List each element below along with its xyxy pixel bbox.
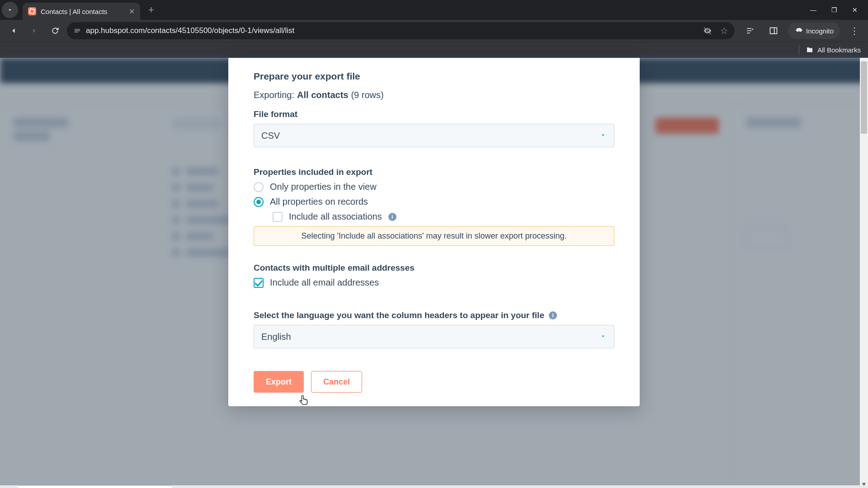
caret-down-icon [599,131,607,141]
forward-button[interactable] [25,22,43,40]
window-controls: — ❐ ✕ [809,6,868,14]
eye-off-icon[interactable] [703,26,712,35]
tab-title: Contacts | All contacts [41,8,107,15]
scrollbar-thumb[interactable] [861,61,867,134]
warning-text: Selecting 'Include all associations' may… [301,231,566,240]
site-info-icon[interactable] [73,27,81,35]
cancel-button-label: Cancel [323,377,350,387]
all-bookmarks-label: All Bookmarks [817,46,861,54]
export-modal: Prepare your export file Exporting: All … [228,58,640,406]
file-format-select[interactable]: CSV [254,124,614,147]
info-icon[interactable]: i [388,213,396,221]
hubspot-favicon-icon [28,7,36,15]
radio-selected-icon [254,197,264,207]
incognito-chip[interactable]: Incognito [788,23,840,39]
language-label: Select the language you want the column … [254,310,614,320]
include-associations-checkbox[interactable]: Include all associations i [273,211,614,222]
file-format-value: CSV [261,131,280,141]
back-button[interactable] [5,22,23,40]
maximize-icon[interactable]: ❐ [830,6,838,14]
all-bookmarks-button[interactable]: All Bookmarks [806,46,861,54]
checkbox-checked-icon [254,278,264,288]
url-text: app.hubspot.com/contacts/45105500/object… [86,26,294,35]
include-associations-label: Include all associations [289,211,382,222]
star-icon[interactable]: ☆ [720,25,728,36]
associations-warning: Selecting 'Include all associations' may… [254,226,614,246]
kebab-menu-icon[interactable]: ⋮ [845,22,863,40]
radio-icon [254,182,264,192]
language-select[interactable]: English [254,325,614,348]
caret-down-icon [599,332,607,342]
exporting-name: All contacts [297,90,348,100]
reading-list-icon[interactable] [741,22,759,40]
new-tab-button[interactable]: + [145,4,158,16]
side-panel-icon[interactable] [764,22,783,40]
page-viewport: Prepare your export file Exporting: All … [0,58,868,488]
language-value: English [261,332,291,342]
divider [799,45,799,55]
include-all-emails-label: Include all email addresses [270,277,379,288]
divider [228,58,640,58]
minimize-icon[interactable]: — [809,6,817,14]
cancel-button[interactable]: Cancel [311,371,362,393]
multi-email-label: Contacts with multiple email addresses [254,263,614,273]
vertical-scrollbar[interactable]: ▴ ▾ [860,58,868,488]
file-format-label: File format [254,109,614,119]
radio-only-view[interactable]: Only properties in the view [254,182,614,192]
properties-label: Properties included in export [254,167,614,177]
close-window-icon[interactable]: ✕ [851,6,859,14]
info-icon[interactable]: i [549,311,557,319]
reload-button[interactable] [46,22,64,40]
modal-heading: Prepare your export file [254,71,614,82]
radio-all-records[interactable]: All properties on records [254,197,614,207]
exporting-label: Exporting: [254,90,294,100]
include-all-emails-checkbox[interactable]: Include all email addresses [254,277,614,288]
incognito-label: Incognito [806,27,834,35]
address-bar[interactable]: app.hubspot.com/contacts/45105500/object… [67,22,735,39]
close-tab-icon[interactable]: ✕ [129,7,135,16]
radio-only-view-label: Only properties in the view [270,182,377,192]
export-button[interactable]: Export [254,371,304,393]
checkbox-icon [273,212,283,222]
exporting-summary: Exporting: All contacts (9 rows) [254,90,614,100]
tab-search-button[interactable] [2,2,18,18]
radio-all-records-label: All properties on records [270,197,368,207]
browser-tab[interactable]: Contacts | All contacts ✕ [23,3,140,20]
taskbar-sliver [0,485,868,488]
export-button-label: Export [266,377,292,387]
exporting-rows: (9 rows) [351,90,383,100]
browser-chrome: Contacts | All contacts ✕ + — ❐ ✕ app.hu… [0,0,868,58]
